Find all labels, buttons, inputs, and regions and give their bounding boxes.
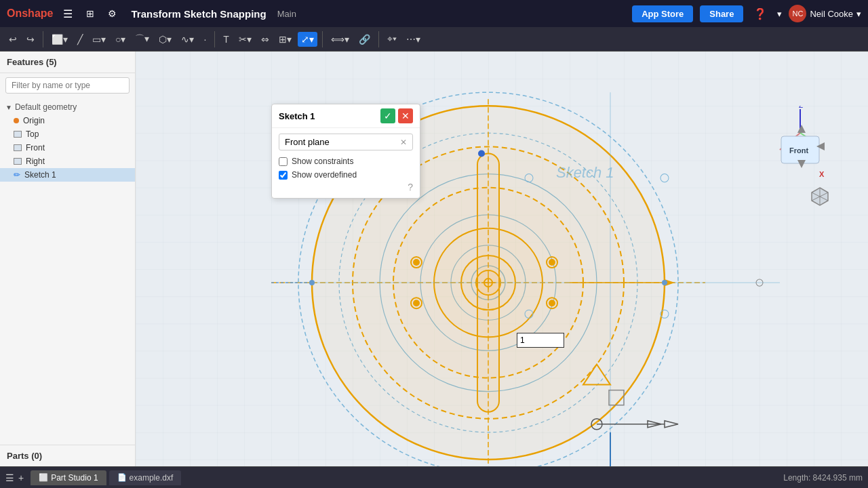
cube-nav-down[interactable] bbox=[796, 159, 807, 171]
right-label: Right bbox=[26, 157, 45, 166]
features-header: Features (5) bbox=[0, 52, 135, 73]
sidebar-item-top[interactable]: Top bbox=[0, 127, 135, 141]
dimension-tool[interactable]: ⟺▾ bbox=[328, 32, 353, 47]
sketch-icon: ✏ bbox=[14, 170, 20, 180]
sketch1-label: Sketch 1 bbox=[24, 170, 56, 180]
user-name: Neil Cooke bbox=[810, 9, 853, 19]
front-label: Front bbox=[26, 143, 45, 152]
text-tool[interactable]: T bbox=[220, 32, 233, 47]
tab-part-studio-1[interactable]: ⬜ Part Studio 1 bbox=[31, 470, 106, 485]
sidebar-item-right[interactable]: Right bbox=[0, 155, 135, 168]
appstore-button[interactable]: App Store bbox=[632, 5, 693, 22]
sketch-panel-title: Sketch 1 bbox=[279, 111, 315, 121]
bottom-menu-button[interactable]: ☰ bbox=[5, 472, 14, 483]
sketch-panel: Sketch 1 ✓ ✕ Front plane ✕ Show constrai… bbox=[271, 104, 420, 199]
dxf-icon: 📄 bbox=[117, 473, 127, 482]
default-geometry-group[interactable]: ▼ Default geometry bbox=[0, 100, 135, 114]
rectangle-tool[interactable]: ▭▾ bbox=[89, 32, 109, 47]
avatar: NC bbox=[789, 5, 806, 22]
clear-plane-icon[interactable]: ✕ bbox=[400, 138, 407, 147]
separator-4 bbox=[378, 31, 379, 47]
separator-3 bbox=[322, 31, 323, 47]
canvas-area[interactable]: Sketch 1 ✓ ✕ Front plane ✕ Show constrai… bbox=[136, 52, 868, 466]
sketch-canvas[interactable]: Sketch 1 bbox=[136, 52, 868, 466]
top-label: Top bbox=[26, 129, 39, 139]
snap-tool[interactable]: ⌖▾ bbox=[384, 31, 400, 47]
sketch-help-button[interactable]: ? bbox=[272, 182, 420, 192]
chevron-down-icon: ▾ bbox=[777, 9, 782, 19]
confirm-button[interactable]: ✓ bbox=[380, 108, 395, 123]
main-layout: Features (5) ▼ Default geometry Origin T… bbox=[0, 52, 868, 466]
cube-nav-up[interactable] bbox=[796, 123, 807, 136]
branch-label: Main bbox=[277, 9, 296, 19]
show-overdefined-checkbox[interactable] bbox=[279, 171, 288, 180]
redo-button[interactable]: ↪ bbox=[23, 32, 38, 47]
origin-label: Origin bbox=[23, 116, 45, 125]
help-button[interactable]: ❓ bbox=[750, 5, 770, 22]
line-tool[interactable]: ╱ bbox=[74, 32, 86, 47]
point-tool[interactable]: · bbox=[200, 32, 210, 47]
share-button[interactable]: Share bbox=[700, 5, 743, 22]
3d-view-cube-icon[interactable] bbox=[810, 186, 830, 208]
feature-search-input[interactable] bbox=[5, 77, 130, 94]
spline-tool[interactable]: ∿▾ bbox=[178, 32, 197, 47]
toolbar: ↩ ↪ ⬜▾ ╱ ▭▾ ○▾ ⌒▾ ⬡▾ ∿▾ · T ✂▾ ⇔ ⊞▾ ⤢▾ ⟺… bbox=[0, 27, 868, 52]
show-constraints-label[interactable]: Show constraints bbox=[292, 157, 353, 166]
svg-point-49 bbox=[478, 150, 485, 157]
logo: Onshape bbox=[7, 7, 53, 20]
offset-tool[interactable]: ⊞▾ bbox=[275, 32, 295, 47]
add-tab-button[interactable]: + bbox=[18, 472, 24, 483]
new-sketch-button[interactable]: ⬜▾ bbox=[48, 32, 71, 47]
svg-point-25 bbox=[413, 300, 420, 306]
undo-button[interactable]: ↩ bbox=[5, 32, 20, 47]
circle-tool[interactable]: ○▾ bbox=[112, 32, 129, 47]
show-overdefined-label[interactable]: Show overdefined bbox=[292, 170, 357, 180]
app-title: Transform Sketch Snapping bbox=[131, 8, 266, 20]
canvas-dimension-input[interactable] bbox=[517, 333, 564, 348]
group-label: Default geometry bbox=[15, 102, 77, 112]
arc-tool[interactable]: ⌒▾ bbox=[132, 31, 153, 47]
topbar: Onshape ☰ ⊞ ⚙ Transform Sketch Snapping … bbox=[0, 0, 868, 27]
plane-value: Front plane bbox=[285, 137, 330, 147]
hamburger-menu[interactable]: ☰ bbox=[60, 5, 76, 22]
feature-list-icon[interactable]: ⊞ bbox=[83, 6, 98, 21]
user-info[interactable]: NC Neil Cooke ▾ bbox=[789, 5, 861, 22]
plane-selector[interactable]: Front plane ✕ bbox=[279, 134, 413, 150]
sidebar-item-front[interactable]: Front bbox=[0, 141, 135, 155]
show-overdefined-row: Show overdefined bbox=[272, 168, 420, 182]
sidebar-item-sketch1[interactable]: ✏ Sketch 1 bbox=[0, 168, 135, 182]
svg-point-26 bbox=[549, 300, 555, 306]
svg-marker-60 bbox=[816, 142, 825, 150]
trim-tool[interactable]: ✂▾ bbox=[235, 32, 255, 47]
user-chevron-icon: ▾ bbox=[856, 9, 861, 19]
sidebar-item-origin[interactable]: Origin bbox=[0, 114, 135, 127]
sketch-panel-header: Sketch 1 ✓ ✕ bbox=[272, 104, 420, 128]
parts-header: Parts (0) bbox=[0, 445, 135, 466]
length-label: Length: bbox=[783, 473, 810, 483]
length-unit: mm bbox=[849, 473, 863, 483]
config-icon[interactable]: ⚙ bbox=[104, 6, 120, 21]
right-plane-icon bbox=[14, 158, 22, 165]
part-studio-icon: ⬜ bbox=[39, 473, 48, 482]
constraint-tool[interactable]: 🔗 bbox=[355, 32, 374, 47]
origin-icon bbox=[14, 118, 19, 123]
transform-tool[interactable]: ⤢▾ bbox=[298, 32, 317, 47]
tab-part-studio-label: Part Studio 1 bbox=[51, 473, 98, 483]
tab-example-dxf[interactable]: 📄 example.dxf bbox=[109, 470, 182, 485]
cancel-button[interactable]: ✕ bbox=[398, 108, 413, 123]
top-plane-icon bbox=[14, 131, 22, 138]
tab-dxf-label: example.dxf bbox=[130, 473, 174, 483]
svg-point-34 bbox=[662, 280, 667, 285]
cube-nav-right[interactable] bbox=[815, 141, 826, 154]
polygon-tool[interactable]: ⬡▾ bbox=[155, 32, 175, 47]
svg-text:Front: Front bbox=[789, 146, 808, 155]
mirror-tool[interactable]: ⇔ bbox=[258, 32, 273, 47]
bottom-bar: ☰ + ⬜ Part Studio 1 📄 example.dxf Length… bbox=[0, 466, 868, 488]
svg-point-23 bbox=[413, 259, 420, 266]
more-tool[interactable]: ⋯▾ bbox=[403, 32, 424, 47]
svg-marker-59 bbox=[797, 160, 806, 168]
feature-tree: ▼ Default geometry Origin Top Front Righ… bbox=[0, 98, 135, 184]
show-constraints-checkbox[interactable] bbox=[279, 157, 288, 166]
svg-point-24 bbox=[549, 259, 555, 266]
arrow-icon: ▼ bbox=[5, 104, 12, 111]
